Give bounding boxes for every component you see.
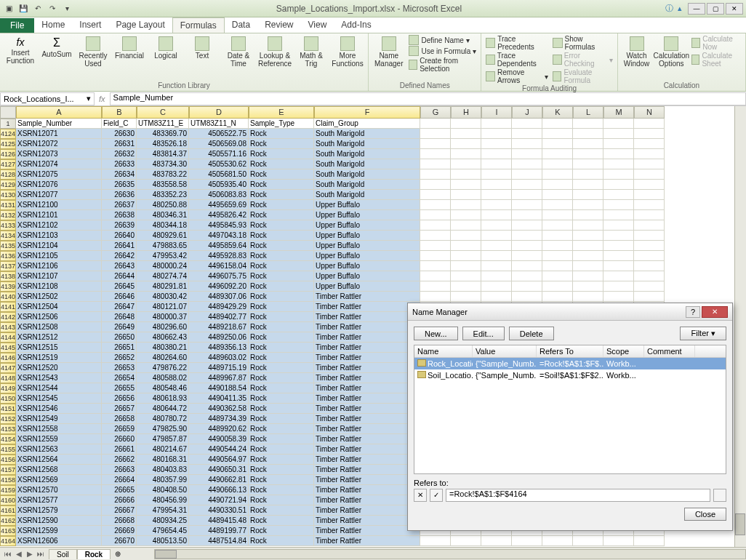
row-header[interactable]: 4131 (0, 200, 16, 210)
column-header-I[interactable]: I (481, 106, 512, 119)
data-cell[interactable]: 480274.74 (137, 271, 189, 281)
data-cell[interactable]: 26647 (102, 302, 137, 312)
data-cell[interactable]: Rock (249, 343, 314, 353)
data-cell[interactable]: 480513.50 (137, 536, 189, 546)
data-cell[interactable]: 483526.18 (137, 139, 189, 149)
data-cell[interactable]: Rock (249, 475, 314, 485)
data-cell[interactable]: 480000.24 (137, 261, 189, 271)
data-cell[interactable]: XSRN12108 (16, 281, 102, 292)
data-cell[interactable]: XSRN12106 (16, 261, 102, 271)
data-cell[interactable]: XSRN12101 (16, 210, 102, 220)
data-cell[interactable]: Timber Rattler (314, 516, 420, 526)
data-cell[interactable]: XSRN12545 (16, 393, 102, 404)
row-header[interactable]: 4144 (0, 332, 16, 343)
column-header-B[interactable]: B (102, 106, 137, 119)
row-header[interactable]: 4127 (0, 159, 16, 169)
data-cell[interactable]: 4490362.58 (189, 404, 249, 414)
data-cell[interactable]: 4490330.51 (189, 505, 249, 516)
data-cell[interactable]: 480644.72 (137, 404, 189, 414)
data-cell[interactable]: 4489920.62 (189, 424, 249, 434)
data-cell[interactable]: 4489250.06 (189, 332, 249, 343)
data-cell[interactable]: Timber Rattler (314, 383, 420, 393)
data-cell[interactable]: Timber Rattler (314, 434, 420, 444)
new-name-button[interactable]: New... (414, 327, 458, 340)
data-cell[interactable]: Timber Rattler (314, 292, 420, 302)
column-header-M[interactable]: M (603, 106, 634, 119)
data-cell[interactable]: 483369.70 (137, 129, 189, 139)
data-cell[interactable]: Rock (249, 393, 314, 404)
header-cell[interactable]: Sample_Type (249, 119, 314, 129)
data-cell[interactable]: 26651 (102, 343, 137, 353)
row-header[interactable]: 4147 (0, 363, 16, 373)
data-cell[interactable]: Timber Rattler (314, 505, 420, 516)
tab-review[interactable]: Review (257, 17, 300, 33)
header-cell[interactable]: Claim_Group (314, 119, 420, 129)
data-cell[interactable]: 4496092.20 (189, 281, 249, 292)
data-cell[interactable]: 480250.88 (137, 200, 189, 210)
data-cell[interactable]: 4489715.19 (189, 363, 249, 373)
data-cell[interactable]: 483558.58 (137, 180, 189, 190)
data-cell[interactable]: 480662.43 (137, 332, 189, 343)
use-in-formula-button[interactable]: Use in Formula ▾ (409, 46, 476, 56)
data-cell[interactable]: XSRN12508 (16, 322, 102, 332)
row-header[interactable]: 4153 (0, 424, 16, 434)
data-cell[interactable]: Timber Rattler (314, 455, 420, 465)
trace-dependents-button[interactable]: Trace Dependents (486, 52, 548, 68)
data-cell[interactable]: Rock (249, 271, 314, 281)
data-cell[interactable]: XSRN12599 (16, 526, 102, 536)
data-cell[interactable]: 4489356.13 (189, 343, 249, 353)
row-header[interactable]: 4164 (0, 536, 16, 546)
calculation-options-button[interactable]: Calculation Options (655, 35, 687, 69)
row-header[interactable]: 4154 (0, 434, 16, 444)
data-cell[interactable]: 480380.21 (137, 343, 189, 353)
data-cell[interactable]: 4490188.54 (189, 383, 249, 393)
data-cell[interactable]: South Marigold (314, 129, 420, 139)
watch-window-button[interactable]: Watch Window (622, 35, 651, 69)
calculate-now-button[interactable]: Calculate Now (691, 35, 741, 51)
data-cell[interactable]: XSRN12546 (16, 404, 102, 414)
data-cell[interactable]: Rock (249, 495, 314, 505)
column-header-L[interactable]: L (573, 106, 603, 119)
name-list-row[interactable]: Soil_Locatio...{"Sample_Numb...=Soil!$A$… (414, 369, 726, 381)
data-cell[interactable]: Timber Rattler (314, 322, 420, 332)
autosum-button[interactable]: ΣAutoSum (41, 35, 73, 60)
column-header-D[interactable]: D (189, 106, 249, 119)
data-cell[interactable]: XSRN12103 (16, 231, 102, 241)
data-cell[interactable]: Rock (249, 322, 314, 332)
name-list-row[interactable]: Rock_Locatio...{"Sample_Numb...=Rock!$A$… (414, 358, 726, 369)
maximize-button[interactable]: ▢ (707, 3, 724, 15)
data-cell[interactable]: 26649 (102, 322, 137, 332)
row-header[interactable]: 4125 (0, 139, 16, 149)
row-header[interactable]: 4145 (0, 343, 16, 353)
data-cell[interactable]: Timber Rattler (314, 424, 420, 434)
data-cell[interactable]: 26657 (102, 404, 137, 414)
data-cell[interactable]: Rock (249, 180, 314, 190)
data-cell[interactable]: XSRN12563 (16, 444, 102, 455)
minimize-ribbon-icon[interactable]: ▴ (678, 4, 682, 13)
minimize-button[interactable]: — (688, 3, 705, 15)
data-cell[interactable]: XSRN12502 (16, 292, 102, 302)
data-cell[interactable]: 4505681.50 (189, 169, 249, 180)
row-header[interactable]: 4152 (0, 414, 16, 424)
refers-accept-button[interactable]: ✓ (430, 489, 443, 502)
row-header[interactable]: 4157 (0, 465, 16, 475)
col-comment[interactable]: Comment (644, 345, 695, 357)
data-cell[interactable]: South Marigold (314, 190, 420, 200)
data-cell[interactable]: Timber Rattler (314, 404, 420, 414)
column-header-N[interactable]: N (634, 106, 665, 119)
data-cell[interactable]: XSRN12100 (16, 200, 102, 210)
data-cell[interactable]: 480618.93 (137, 393, 189, 404)
data-cell[interactable]: Rock (249, 281, 314, 292)
data-cell[interactable]: Rock (249, 241, 314, 251)
create-from-selection-button[interactable]: Create from Selection (409, 57, 476, 73)
data-cell[interactable]: XSRN12077 (16, 190, 102, 200)
data-cell[interactable]: XSRN12072 (16, 139, 102, 149)
data-cell[interactable]: 4489429.29 (189, 302, 249, 312)
range-picker-icon[interactable] (713, 489, 726, 502)
data-cell[interactable]: 26655 (102, 383, 137, 393)
financial-button[interactable]: Financial (113, 35, 145, 61)
name-box[interactable]: Rock_Locations_I...▾ (0, 92, 95, 105)
data-cell[interactable]: 26645 (102, 281, 137, 292)
vertical-scrollbar[interactable] (734, 106, 746, 547)
data-cell[interactable]: 4495928.83 (189, 251, 249, 261)
